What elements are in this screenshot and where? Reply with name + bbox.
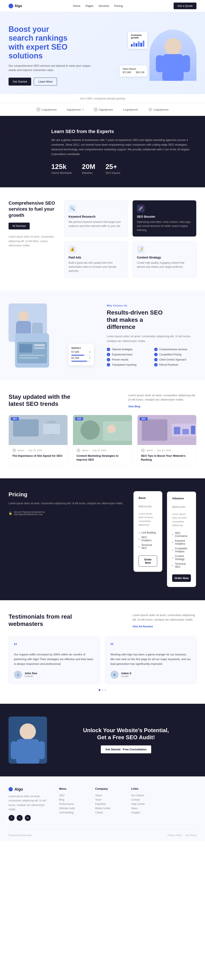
footer-menu-item-5[interactable]: Link Building xyxy=(59,810,88,815)
why-feature-5: ✓ Proven results xyxy=(107,358,149,361)
hero-person-image xyxy=(150,30,197,81)
nav-link-home[interactable]: Home xyxy=(73,4,80,8)
svg-rect-25 xyxy=(142,419,167,441)
service-card-title-2: SEO Booster xyxy=(137,215,192,218)
keyword-icon: 🔍 xyxy=(69,205,76,212)
footer-company-item-5[interactable]: Career xyxy=(95,810,125,815)
cta-primary-button[interactable]: Get Started - Free Consultation xyxy=(101,745,151,753)
nav-link-pages[interactable]: Pages xyxy=(85,4,93,8)
blog-meta-1: admin · July 31, 2024 xyxy=(12,449,64,452)
footer-links-item-4[interactable]: News xyxy=(131,806,161,810)
blog-title-1: The Importance of Site Speed for SEO xyxy=(12,454,64,458)
view-blog-link[interactable]: View Blog xyxy=(128,405,140,408)
our-terms-link[interactable]: Our Terms xyxy=(186,834,197,837)
dot-3[interactable] xyxy=(105,689,106,691)
nav-link-services[interactable]: Services xyxy=(98,4,109,8)
why-heading-line1: Results-driven SEO xyxy=(107,309,162,316)
why-stat-bar-bg xyxy=(71,355,91,356)
stat-websites-label: Websites xyxy=(82,172,95,175)
basic-features: Link Building SEO Analytics Technical SE… xyxy=(139,530,158,550)
footer-menu-item-2[interactable]: Blog xyxy=(59,798,88,802)
blog-heading: Stay updated with the latest SEO trends xyxy=(8,393,70,407)
testimonials-grid: " Our organic traffic increased by 200% … xyxy=(8,636,197,684)
footer-company-list: About Team Expertise Media Center Career xyxy=(95,793,125,815)
advance-features: SEO Commerce Keyword Analytics Competito… xyxy=(172,531,191,569)
dot-2[interactable] xyxy=(102,689,103,691)
services-heading: Comprehensive SEO services to fuel your … xyxy=(8,200,55,218)
dot-1[interactable] xyxy=(99,689,100,691)
blog-img-2: SEO xyxy=(73,415,132,445)
cta-heading: Unlock Your Website's Potential, Get a F… xyxy=(55,727,197,741)
all-services-button[interactable]: All Services xyxy=(8,223,30,229)
why-tag: Why Choose Us xyxy=(107,304,197,307)
advance-order-button[interactable]: Order Now xyxy=(172,574,191,582)
blog-img-3: SEO xyxy=(137,415,196,445)
hero-section: Boost your search rankings with expert S… xyxy=(0,12,205,94)
bar-5 xyxy=(140,43,142,47)
nav-link-pricing[interactable]: Pricing xyxy=(114,4,123,8)
dc-val1: $71,060 xyxy=(123,71,131,73)
nav-cta-button[interactable]: Get a Quote xyxy=(173,3,197,9)
about-body: We are a global network of businesses wi… xyxy=(51,138,197,156)
svg-rect-13 xyxy=(34,347,45,349)
hero-buttons: Get Started Learn More xyxy=(8,78,98,86)
testi-heading: Testimonials from real webmasters xyxy=(8,613,72,627)
logo[interactable]: Algo xyxy=(8,4,22,8)
seo-booster-icon: 🚀 xyxy=(137,205,145,212)
why-feature-8: ✓ Ethical Practices xyxy=(154,363,197,366)
footer-brand-text: Algo xyxy=(14,787,23,792)
stat-clients-num: 125k xyxy=(51,163,72,171)
why-stat-card: Statistics 57,020 ▲ 62,150 ▲ xyxy=(68,344,94,366)
hero-get-started-button[interactable]: Get Started xyxy=(8,78,31,86)
footer-links-item-3[interactable]: Help Center xyxy=(131,802,161,806)
basic-plan-name: Basic xyxy=(139,496,158,500)
paid-ads-icon: 💰 xyxy=(69,245,76,253)
footer-links-item-2[interactable]: Contact xyxy=(131,798,161,802)
svg-rect-2 xyxy=(162,54,184,81)
logo-label-3: logoipsum xyxy=(99,108,113,111)
footer-company-item-3[interactable]: Expertise xyxy=(95,802,125,806)
footer-menu-item-4[interactable]: Website Audit xyxy=(59,806,88,810)
why-feature-1: ✓ Tailored strategies xyxy=(107,348,149,351)
logo-icon-5 xyxy=(148,108,152,111)
testi-header-left: Testimonials from real webmasters xyxy=(8,613,72,627)
check-icon-5: ✓ xyxy=(107,358,110,361)
hero-learn-more-button[interactable]: Learn More xyxy=(34,78,57,86)
footer: Algo Lorem ipsum dolor sit amet, consect… xyxy=(0,776,205,841)
why-right: Why Choose Us Results-driven SEO that ma… xyxy=(107,304,197,366)
social-facebook-icon[interactable]: f xyxy=(8,815,14,821)
basic-price: $49/month xyxy=(139,500,158,509)
advance-feature-3: Competitor Analysis xyxy=(172,546,191,554)
service-card-seo-booster: 🚀 SEO Booster Optimizing meta titles, me… xyxy=(132,200,197,237)
svg-rect-4 xyxy=(183,55,190,72)
footer-menu-item-1[interactable]: SEO xyxy=(59,793,88,798)
footer-company-item-1[interactable]: About xyxy=(95,793,125,798)
footer-company-item-2[interactable]: Team xyxy=(95,798,125,802)
advance-plan-name: Advance xyxy=(172,497,191,500)
blog-heading-line1: Stay updated with the xyxy=(8,393,70,400)
why-feature-6: ✓ Client-Centric Approach xyxy=(154,358,197,361)
footer-links-item-5[interactable]: Insights xyxy=(131,810,161,815)
basic-order-button[interactable]: Order Now xyxy=(139,555,158,567)
footer-company-item-4[interactable]: Media Center xyxy=(95,806,125,810)
logo-item-2: logoipsum ® xyxy=(67,108,84,111)
testimonial-card-1: " Our organic traffic increased by 200% … xyxy=(8,636,100,684)
view-all-reviews-link[interactable]: View All Reviews xyxy=(132,625,153,628)
pricing-basic-card: Basic $49/month Lorem ipsum dolor sit am… xyxy=(134,491,162,572)
stat-clients: 125k Clients Worldwide xyxy=(51,163,72,175)
privacy-policy-link[interactable]: Privacy Policy xyxy=(167,834,182,837)
social-linkedin-icon[interactable]: in xyxy=(25,815,31,821)
footer-menu-item-3[interactable]: Performance xyxy=(59,802,88,806)
footer-col-links: Links Our Clients Contact Help Center Ne… xyxy=(131,787,161,821)
why-stat-bar-fill xyxy=(71,355,84,356)
footer-brand-desc: Lorem ipsum dolor sit amet, consectetur … xyxy=(8,794,52,812)
social-twitter-icon[interactable]: t xyxy=(17,815,23,821)
check-icon-2: ✓ xyxy=(154,348,158,351)
why-feature-4: ✓ Competitive Pricing xyxy=(154,353,197,356)
bar-4 xyxy=(138,41,140,47)
bar-2 xyxy=(133,42,135,47)
testi-heading-line1: Testimonials from real xyxy=(8,613,72,620)
footer-company-heading: Company xyxy=(95,787,125,790)
footer-menu-list: SEO Blog Performance Website Audit Link … xyxy=(59,793,88,815)
footer-links-item-1[interactable]: Our Clients xyxy=(131,793,161,798)
